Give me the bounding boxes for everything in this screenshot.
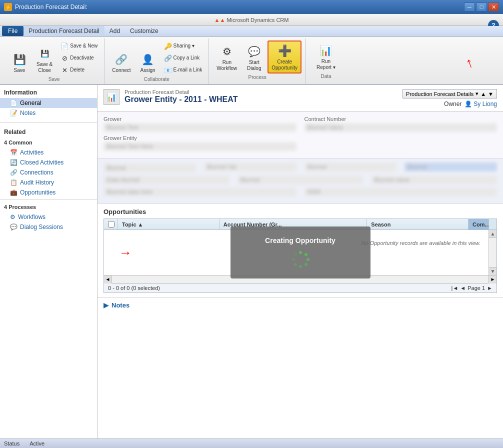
deactivate-icon: ⊘ (60, 54, 68, 62)
close-button[interactable]: ✕ (488, 2, 499, 12)
create-opportunity-button[interactable]: ➕ CreateOpportunity (268, 40, 302, 74)
connect-button[interactable]: 🔗 Connect (108, 50, 134, 76)
grid-header-checkbox[interactable] (104, 219, 118, 230)
form-field-variety: Blurred (304, 162, 397, 172)
copy-link-label: Copy a Link (174, 55, 200, 61)
page-label: Page 1 (468, 285, 485, 291)
run-report-label: RunReport ▾ (316, 58, 336, 70)
notes-section-label: Notes (112, 302, 130, 309)
grid-header-topic[interactable]: Topic ▲ (118, 219, 220, 230)
sidebar-item-opportunities[interactable]: 💼 Opportunities (0, 188, 97, 198)
form-row-3: Blurred Blurred Val Blurred Blurred (104, 162, 497, 172)
copy-link-icon: 🔗 (164, 54, 172, 62)
ribbon: 💾 Save 💾 Save &Close 📄 Save & New ⊘ Deac… (0, 36, 503, 85)
select-all-checkbox[interactable] (108, 221, 114, 228)
tab-production-forecast-detail[interactable]: Production Forecast Detail (24, 26, 104, 36)
notes-header[interactable]: ▶ Notes (104, 302, 497, 309)
copy-link-button[interactable]: 🔗 Copy a Link (162, 52, 205, 64)
view-selector-chevron: ▾ (476, 90, 478, 97)
sidebar-item-activities[interactable]: 📅 Activities (0, 148, 97, 158)
run-report-button[interactable]: 📊 RunReport ▾ (313, 40, 339, 72)
app-icon: ⚡ (4, 3, 12, 11)
create-opportunity-label: CreateOpportunity (272, 59, 298, 71)
form-field-row5b: 0000 (304, 188, 498, 196)
tab-add[interactable]: Add (104, 26, 125, 36)
process-group-label: Process (248, 74, 266, 80)
form-field-grower: Grower Blurred Text (104, 116, 296, 132)
grid-header-com[interactable]: Com... (468, 219, 488, 230)
minimize-button[interactable]: ─ (464, 2, 475, 12)
audit-history-label: Audit History (20, 179, 54, 186)
maximize-button[interactable]: □ (476, 2, 487, 12)
sidebar-item-dialog-sessions[interactable]: 💬 Dialog Sessions (0, 222, 97, 232)
create-opportunity-icon: ➕ (276, 43, 292, 59)
spinner (292, 250, 310, 268)
notes-expand-icon: ▶ (104, 302, 108, 309)
run-workflow-button[interactable]: ⚙ RunWorkflow (213, 42, 240, 74)
sidebar-item-closed-activities[interactable]: 🔄 Closed Activities (0, 158, 97, 168)
creating-opportunity-overlay: Creating Opportunity (230, 226, 370, 278)
tab-customize[interactable]: Customize (125, 26, 164, 36)
start-dialog-button[interactable]: 💬 StartDialog (242, 42, 266, 74)
save-label: Save (14, 68, 26, 74)
sidebar-item-workflows[interactable]: ⚙ Workflows (0, 212, 97, 222)
grid-header-season[interactable]: Season (367, 219, 468, 230)
view-selector[interactable]: Production Forecast Details ▾ ▲ ▼ (402, 89, 497, 98)
first-page-icon[interactable]: |◄ (452, 285, 458, 291)
creating-title: Creating Opportunity (265, 236, 336, 244)
sharing-icon: 🔑 (164, 42, 172, 50)
save-new-button[interactable]: 📄 Save & New (58, 40, 100, 52)
assign-button[interactable]: 👤 Assign (136, 50, 160, 76)
general-icon: 📄 (10, 100, 18, 106)
form-value-date: Date blurred (104, 176, 230, 184)
save-new-icon: 📄 (60, 42, 68, 50)
svg-point-1 (304, 253, 308, 256)
scroll-up[interactable]: ▲ (489, 230, 496, 238)
prev-page-icon[interactable]: ◄ (460, 285, 466, 291)
view-selector-up[interactable]: ▲ (480, 91, 486, 97)
ribbon-groups: 💾 Save 💾 Save &Close 📄 Save & New ⊘ Deac… (4, 38, 499, 84)
svg-point-2 (306, 258, 310, 261)
form-value-row5: Blurred data here (104, 188, 296, 196)
svg-point-5 (294, 263, 297, 266)
sidebar-divider-1 (0, 122, 97, 122)
sidebar-divider-2 (0, 200, 97, 200)
season-label: Season (371, 222, 390, 228)
delete-button[interactable]: ✕ Delete (58, 64, 100, 76)
grid-pagination[interactable]: |◄ ◄ Page 1 ► (452, 285, 492, 291)
form-field-date: Date blurred (104, 176, 230, 184)
sidebar-item-notes[interactable]: 📝 Notes (0, 108, 97, 118)
file-menu[interactable]: File (2, 26, 24, 36)
grid-scrollbar[interactable]: ▲ ▼ (488, 230, 496, 275)
save-button[interactable]: 💾 Save (8, 50, 31, 76)
connections-label: Connections (20, 169, 54, 176)
sidebar-item-audit-history[interactable]: 📋 Audit History (0, 178, 97, 188)
scroll-left[interactable]: ◄ (104, 276, 112, 284)
owner-link[interactable]: 👤 Sy Liong (464, 100, 497, 108)
form-row-1: Grower Blurred Text Contract Number Blur… (104, 116, 497, 132)
email-link-button[interactable]: 📧 E-mail a Link (162, 64, 205, 76)
window-controls[interactable]: ─ □ ✕ (464, 2, 499, 12)
scroll-down[interactable]: ▼ (489, 267, 496, 275)
sidebar-item-general[interactable]: 📄 General (0, 98, 97, 108)
save-close-icon: 💾 (36, 46, 52, 62)
record-type: Production Forecast Detail (124, 89, 398, 95)
next-page-icon[interactable]: ► (487, 285, 492, 291)
opportunities-icon: 💼 (10, 189, 18, 196)
main-container: Information 📄 General 📝 Notes Related 4 … (0, 85, 503, 448)
notes-icon: 📝 (10, 110, 18, 116)
view-selector-label: Production Forecast Details (406, 91, 474, 97)
owner-label: Owner (444, 100, 462, 108)
view-selector-down[interactable]: ▼ (488, 91, 494, 97)
save-close-button[interactable]: 💾 Save &Close (33, 44, 56, 76)
status-bar: Status Active (0, 438, 503, 448)
scroll-right[interactable]: ► (488, 276, 496, 284)
dialog-sessions-label: Dialog Sessions (20, 224, 63, 230)
form-value-area: Blurred Val (204, 162, 296, 172)
deactivate-button[interactable]: ⊘ Deactivate (58, 52, 100, 64)
svg-point-7 (294, 253, 297, 256)
sharing-button[interactable]: 🔑 Sharing ▾ (162, 40, 205, 52)
sidebar-item-connections[interactable]: 🔗 Connections (0, 168, 97, 178)
assign-label: Assign (140, 68, 156, 74)
opportunities-section: Opportunities Topic ▲ Account Number (Gr… (98, 204, 503, 297)
